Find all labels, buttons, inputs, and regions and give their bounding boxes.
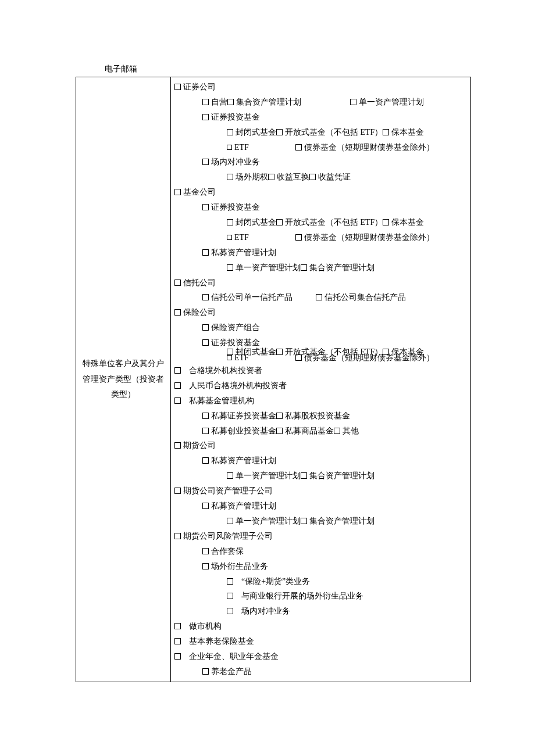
- opt-ins-portfolio[interactable]: 保险资产组合: [202, 320, 467, 335]
- row-label-line3: 类型）: [80, 387, 167, 403]
- opt-self-pooled-single[interactable]: 自营集合资产管理计划 单一资产管理计划: [202, 95, 467, 110]
- opt-trust-co[interactable]: 信托公司: [174, 275, 467, 291]
- checkbox-icon: [227, 174, 233, 180]
- checkbox-icon: [202, 428, 209, 434]
- opt-otc-deriv[interactable]: 场外衍生品业务: [202, 559, 467, 574]
- opt-etf-bond-2[interactable]: ETF债券基金（短期理财债券基金除外）: [227, 230, 467, 245]
- checkbox-icon: [334, 428, 340, 434]
- opt-onsite-hedge[interactable]: 场内对冲业务: [202, 155, 467, 170]
- opt-futures-risk-sub[interactable]: 期货公司风险管理子公司: [174, 529, 467, 544]
- checkbox-icon: [174, 638, 181, 644]
- row-label-line2: 管理资产类型（投资者: [80, 372, 167, 388]
- checkbox-icon: [174, 280, 181, 286]
- checkbox-icon: [202, 503, 209, 509]
- checkbox-icon: [295, 354, 302, 361]
- checkbox-icon: [276, 428, 283, 434]
- checkbox-icon: [202, 114, 209, 120]
- opt-priv-plan-2[interactable]: 私募资产管理计划: [202, 453, 467, 468]
- checkbox-icon: [202, 99, 209, 105]
- email-label: 电子邮箱: [76, 64, 471, 74]
- checkbox-icon: [227, 264, 233, 271]
- checkbox-icon: [268, 174, 274, 180]
- checkbox-icon: [316, 294, 322, 300]
- checkbox-icon: [174, 533, 181, 539]
- checkbox-icon: [301, 472, 307, 479]
- checkbox-icon: [174, 488, 181, 494]
- opt-futures-am-sub[interactable]: 期货公司资产管理子公司: [174, 483, 467, 499]
- checkbox-icon: [202, 324, 209, 331]
- opt-onsite-hedge-2[interactable]: 场内对冲业务: [227, 604, 467, 619]
- opt-qfii[interactable]: 合格境外机构投资者: [174, 363, 467, 378]
- row-label-cell: 特殊单位客户及其分户 管理资产类型（投资者 类型）: [76, 77, 171, 682]
- opt-single-pooled-2[interactable]: 单一资产管理计划集合资产管理计划: [227, 468, 467, 483]
- opt-sec-inv-fund-2[interactable]: 证券投资基金: [202, 200, 467, 215]
- opt-pe-venture-comm[interactable]: 私募创业投资基金私募商品基金其他: [202, 424, 467, 439]
- opt-closed-open-cap[interactable]: 封闭式基金开放式基金（不包括 ETF）保本基金: [227, 125, 467, 140]
- opt-insurance-co[interactable]: 保险公司: [174, 305, 467, 320]
- checkbox-icon: [202, 249, 209, 256]
- checkbox-icon: [202, 548, 209, 554]
- opt-single-pooled-plan[interactable]: 单一资产管理计划集合资产管理计划: [227, 260, 467, 275]
- checkbox-icon: [174, 382, 181, 389]
- checkbox-icon: [227, 608, 233, 614]
- checkbox-icon: [174, 309, 181, 316]
- checkbox-icon: [202, 294, 209, 300]
- opt-securities-co[interactable]: 证券公司: [174, 80, 467, 95]
- checkbox-icon: [383, 129, 389, 135]
- checkbox-icon: [202, 413, 209, 419]
- opt-futures-co[interactable]: 期货公司: [174, 438, 467, 453]
- checkbox-icon: [227, 355, 232, 360]
- checkbox-icon: [276, 129, 283, 135]
- opt-otc-swap-cert[interactable]: 场外期权收益互换收益凭证: [227, 170, 467, 185]
- checkbox-icon: [202, 339, 209, 346]
- opt-priv-plan-3[interactable]: 私募资产管理计划: [202, 499, 467, 514]
- checkbox-icon: [227, 145, 232, 150]
- checkbox-icon: [202, 204, 209, 210]
- opt-trust-products[interactable]: 信托公司单一信托产品信托公司集合信托产品: [202, 290, 467, 305]
- checkbox-icon: [174, 653, 181, 660]
- checkbox-icon: [227, 518, 233, 524]
- opt-priv-plan[interactable]: 私募资产管理计划: [202, 245, 467, 260]
- opt-pe-mgr[interactable]: 私募基金管理机构: [174, 393, 467, 409]
- opt-closed-open-cap-2[interactable]: 封闭式基金开放式基金（不包括 ETF）保本基金: [227, 215, 467, 230]
- checkbox-icon: [227, 235, 232, 240]
- checkbox-icon: [276, 413, 283, 419]
- options-cell: 证券公司 自营集合资产管理计划 单一资产管理计划 证券投资基金 封闭式基金开放式…: [171, 77, 471, 682]
- checkbox-icon: [227, 472, 233, 479]
- opt-single-pooled-3[interactable]: 单一资产管理计划集合资产管理计划: [227, 514, 467, 529]
- checkbox-icon: [383, 219, 389, 225]
- checkbox-icon: [276, 219, 283, 225]
- checkbox-icon: [295, 144, 302, 151]
- checkbox-icon: [202, 159, 209, 165]
- opt-etf-bond[interactable]: ETF债券基金（短期理财债券基金除外）: [227, 140, 467, 155]
- checkbox-icon: [202, 563, 209, 569]
- opt-rqfii[interactable]: 人民币合格境外机构投资者: [174, 378, 467, 393]
- opt-ins-futures[interactable]: “保险+期货”类业务: [227, 574, 467, 589]
- checkbox-icon: [174, 623, 181, 629]
- checkbox-icon: [202, 457, 209, 464]
- opt-market-maker[interactable]: 做市机构: [174, 619, 467, 634]
- checkbox-icon: [202, 668, 209, 675]
- checkbox-icon: [301, 264, 307, 271]
- checkbox-icon: [301, 518, 307, 524]
- opt-pe-sec-equity[interactable]: 私募证券投资基金私募股权投资基金: [202, 409, 467, 424]
- opt-pension-prod[interactable]: 养老金产品: [202, 664, 467, 679]
- checkbox-icon: [174, 442, 181, 449]
- checkbox-icon: [227, 578, 233, 585]
- opt-bank-otc[interactable]: 与商业银行开展的场外衍生品业务: [227, 589, 467, 604]
- opt-overlap-funds[interactable]: 封闭式基金开放式基金（不包括 ETF）保本基金 ETF债券基金（短期理财债券基金…: [227, 350, 467, 363]
- checkbox-icon: [174, 84, 181, 90]
- checkbox-icon: [174, 189, 181, 195]
- checkbox-icon: [227, 593, 233, 599]
- checkbox-icon: [227, 99, 234, 105]
- opt-basic-pension[interactable]: 基本养老保险基金: [174, 634, 467, 649]
- opt-enterprise-annuity[interactable]: 企业年金、职业年金基金: [174, 649, 467, 664]
- opt-sec-inv-fund[interactable]: 证券投资基金: [202, 110, 467, 125]
- checkbox-icon: [227, 129, 233, 135]
- checkbox-icon: [350, 99, 356, 105]
- opt-fund-co[interactable]: 基金公司: [174, 185, 467, 200]
- row-label-line1: 特殊单位客户及其分户: [80, 356, 167, 372]
- opt-coop-hedge[interactable]: 合作套保: [202, 544, 467, 559]
- classification-table: 特殊单位客户及其分户 管理资产类型（投资者 类型） 证券公司 自营集合资产管理计…: [76, 77, 471, 682]
- checkbox-icon: [295, 234, 302, 241]
